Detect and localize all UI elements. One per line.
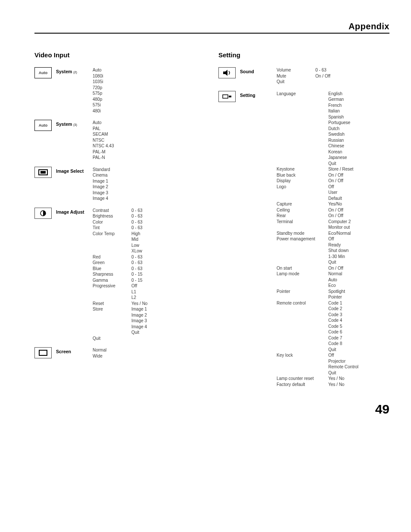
row-value: English (328, 91, 350, 97)
list-item: 720p (93, 85, 103, 91)
row-value: 1-30 Min (328, 254, 349, 260)
row-value: Monitor out (328, 224, 351, 230)
row-value: Off (328, 184, 342, 190)
row-value: Yes / No (328, 376, 344, 382)
system3-label: System (56, 121, 72, 127)
list-row: Gamma0 - 15 (93, 277, 147, 283)
row-value: Yes / No (131, 301, 147, 307)
image-adjust-label: Image Adjust (56, 208, 93, 215)
row-name: Rear (277, 213, 328, 219)
row-value: 0 - 63 (131, 225, 143, 231)
sound-label: Sound (240, 67, 277, 75)
row-name: Progressive (93, 283, 131, 289)
row-value: Korean (328, 149, 350, 155)
settings-label: Setting (240, 91, 277, 98)
list-item: Image 2 (93, 184, 110, 190)
row-value: 0 - 15 (131, 277, 143, 283)
list-item: NTSC (93, 137, 114, 143)
row-name: Key lock (277, 352, 328, 358)
row-name: Tint (93, 225, 131, 231)
row-value: Off (328, 236, 349, 242)
row-value: French (328, 103, 350, 109)
row-value: Remote Control (328, 364, 358, 370)
list-item: 1080i (93, 73, 103, 79)
row-value: Ready (328, 242, 349, 248)
row-value: 0 - 63 (131, 213, 143, 219)
row-value: Auto (328, 277, 342, 283)
row-value: Image 1 (131, 306, 147, 312)
list-row: Remote controlCode 1Code 2Code 3Code 4Co… (277, 300, 358, 353)
row-name: Red (93, 254, 131, 260)
svg-marker-4 (223, 70, 227, 76)
settings-icon (218, 91, 236, 102)
list-item: PAL-N (93, 155, 114, 161)
image-adjust-icon (34, 208, 52, 219)
list-row: Factory defaultYes / No (277, 382, 358, 388)
row-value: 0 - 63 (131, 219, 143, 225)
row-value: XLow (131, 248, 142, 254)
row-value: 0 - 63 (131, 254, 143, 260)
settings-block: Setting LanguageEnglishGermanFrenchItali… (218, 91, 389, 388)
row-name: Reset (93, 301, 131, 307)
row-value: High (131, 231, 142, 237)
row-value: Quit (328, 370, 358, 376)
row-name: Quit (93, 336, 131, 342)
list-row: Standby modeEco/Normal (277, 230, 358, 236)
row-value: Normal (328, 271, 342, 277)
row-name: Power management (277, 236, 328, 242)
row-name: Volume (277, 67, 315, 73)
list-row: StoreImage 1Image 2Image 3Image 4Quit (93, 306, 147, 336)
svg-rect-1 (40, 171, 46, 174)
row-value: 0 - 63 (315, 67, 327, 73)
system3-block: Auto System (3) AutoPALSECAMNTSCNTSC 4.4… (34, 120, 206, 161)
page-header: Appendix (34, 22, 389, 34)
video-input-title: Video Input (34, 51, 206, 59)
row-name: Terminal (277, 219, 328, 225)
screen-block: Screen NormalWide (34, 347, 206, 359)
system2-icon: Auto (34, 67, 52, 78)
row-value: On / Off (315, 73, 330, 79)
sound-block: Sound Volume0 - 63MuteOn / OffQuit (218, 67, 389, 85)
row-value: Italian (328, 108, 350, 114)
row-name: Keystone (277, 166, 328, 172)
list-row: TerminalComputer 2Monitor out (277, 219, 358, 230)
list-row: Green0 - 63 (93, 260, 147, 266)
row-name: Language (277, 91, 328, 97)
image-select-icon (34, 167, 52, 178)
list-item: Standard (93, 167, 110, 173)
list-item: PAL-M (93, 149, 114, 155)
row-value: Code 7 (328, 335, 342, 341)
list-row: Key lockOffProjectorRemote ControlQuit (277, 352, 358, 376)
image-select-block: Image Select StandardCinemaImage 1Image … (34, 167, 206, 202)
row-value: On / Off (328, 172, 343, 178)
row-value: On / Off (328, 213, 343, 219)
row-value: Portuguese (328, 120, 350, 126)
setting-title: Setting (218, 51, 389, 59)
list-row: Brightness0 - 63 (93, 213, 147, 219)
row-value: Swedish (328, 131, 350, 137)
list-row: Quit (277, 79, 330, 85)
system2-block: Auto System (2) Auto1080i1035i720p575p48… (34, 67, 206, 114)
row-value: Chinese (328, 143, 350, 149)
row-name: Capture (277, 201, 328, 207)
list-row: ResetYes / No (93, 301, 147, 307)
row-name: Ceiling (277, 207, 328, 213)
row-value: Spotlight (328, 289, 345, 295)
list-item: NTSC 4.43 (93, 143, 114, 149)
system3-note: (3) (73, 123, 77, 126)
setting-column: Setting Sound Volume0 - 63MuteOn / OffQu… (218, 51, 389, 393)
row-value: Projector (328, 358, 358, 364)
row-name: Lamp mode (277, 271, 328, 277)
row-name: On start (277, 265, 328, 271)
row-value: L2 (131, 295, 137, 301)
list-row: Volume0 - 63 (277, 67, 330, 73)
list-row: PointerSpotlightPointer (277, 289, 358, 300)
row-name: Display (277, 178, 328, 184)
row-value: Code 3 (328, 312, 342, 318)
row-value: 0 - 63 (131, 266, 143, 272)
sound-icon (218, 67, 236, 78)
row-value: On / Off (328, 178, 343, 184)
row-value: Yes / No (328, 382, 344, 388)
row-value: Eco (328, 283, 342, 289)
row-value: Code 8 (328, 341, 342, 347)
